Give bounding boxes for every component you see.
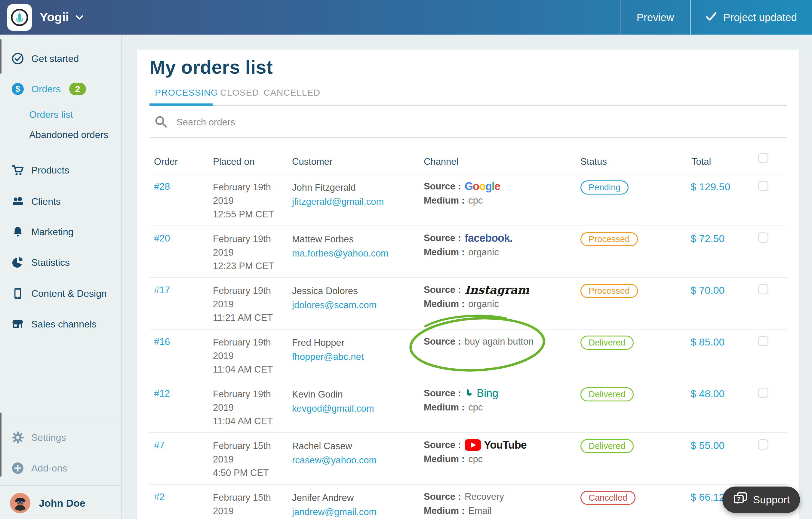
sidebar-item-sales-channels[interactable]: Sales channels: [0, 317, 121, 331]
status-badge: Delivered: [580, 336, 634, 350]
youtube-icon: [465, 439, 481, 451]
medium-value: Email: [468, 506, 492, 516]
order-link[interactable]: #7: [154, 440, 165, 451]
sidebar-divider: [0, 422, 121, 422]
sidebar-item-settings[interactable]: Settings: [0, 430, 121, 445]
tab-processing[interactable]: PROCESSING: [155, 87, 218, 98]
sidebar-item-clients[interactable]: Clients: [0, 194, 121, 209]
sidebar-item-products[interactable]: Products: [0, 163, 121, 177]
row-checkbox[interactable]: [758, 284, 768, 294]
order-total: $ 70.00: [691, 285, 724, 296]
customer-cell: Fred Hopperfhopper@abc.net: [292, 336, 364, 364]
channel-cell: Source :InstagramMedium :organic: [424, 283, 529, 311]
tab-closed[interactable]: CLOSED: [220, 87, 259, 98]
brand-menu[interactable]: Yogii: [7, 0, 83, 35]
customer-email[interactable]: kevgod@gmail.com: [292, 401, 374, 415]
row-checkbox[interactable]: [758, 232, 768, 243]
search-input[interactable]: [176, 117, 448, 128]
order-link[interactable]: #12: [154, 388, 170, 399]
bing-logo: Bing: [465, 387, 498, 400]
customer-email[interactable]: rcasew@yahoo.com: [292, 453, 377, 467]
placed-on-cell: February 19th201911:04 AM CET: [213, 387, 273, 428]
bell-icon: [11, 225, 25, 239]
user-menu[interactable]: John Doe: [10, 493, 85, 513]
row-checkbox[interactable]: [758, 439, 768, 450]
status-badge: Processed: [580, 284, 638, 298]
divider: [149, 137, 787, 138]
sidebar-item-statistics[interactable]: Statistics: [0, 255, 121, 270]
order-total: $ 48.00: [691, 388, 724, 400]
order-link[interactable]: #2: [154, 491, 165, 502]
active-tab-indicator: [149, 104, 213, 106]
order-total: $ 129.50: [691, 181, 730, 193]
order-link[interactable]: #20: [154, 233, 170, 244]
channel-cell: Source :facebook.Medium :organic: [424, 231, 513, 259]
sidebar-item-content-design[interactable]: Content & Design: [0, 286, 121, 301]
sidebar-scrollbar-thumb[interactable]: [0, 39, 1, 74]
customer-name: Mattew Forbes: [292, 232, 388, 246]
medium-value: cpc: [468, 454, 483, 465]
order-link[interactable]: #28: [154, 181, 170, 192]
source-label: Source :: [424, 491, 461, 502]
channel-source-line: Source :Google: [424, 179, 500, 193]
customer-email[interactable]: jandrew@gmail.com: [292, 505, 377, 519]
preview-button[interactable]: Preview: [620, 0, 690, 35]
row-checkbox[interactable]: [758, 336, 768, 346]
customer-email[interactable]: fhopper@abc.net: [292, 350, 364, 364]
order-link[interactable]: #16: [154, 336, 170, 347]
tab-cancelled[interactable]: CANCELLED: [263, 87, 320, 98]
channel-cell: Source :YouTubeMedium :cpc: [424, 438, 527, 466]
sidebar-item-add-ons[interactable]: Add-ons: [0, 461, 121, 475]
customer-email[interactable]: jfitzgerald@gmail.com: [292, 195, 384, 209]
placed-on-line: February 15th: [213, 439, 271, 453]
customer-cell: Jenifer Andrewjandrew@gmail.com: [292, 491, 377, 519]
medium-label: Medium :: [424, 195, 465, 206]
project-updated-button[interactable]: Project updated: [690, 0, 812, 35]
sidebar-item-orders-list[interactable]: Orders list: [0, 107, 121, 122]
google-logo: Google: [465, 180, 500, 193]
medium-label: Medium :: [424, 298, 465, 310]
svg-text:$: $: [15, 84, 20, 93]
sidebar-item-get-started[interactable]: Get started: [0, 51, 121, 66]
orders-count-badge: 2: [69, 83, 86, 95]
sidebar-item-abandoned-orders[interactable]: Abandoned orders: [0, 127, 121, 142]
channel-source-line: Source :YouTube: [424, 438, 527, 452]
row-checkbox[interactable]: [758, 181, 768, 191]
support-button[interactable]: ? Support: [722, 487, 800, 513]
customer-name: Jenifer Andrew: [292, 491, 377, 505]
channel-cell: Source :buy again button: [424, 335, 533, 348]
sidebar-scrollbar-thumb[interactable]: [0, 412, 1, 477]
customer-cell: Jessica Doloresjdolores@scam.com: [292, 284, 377, 312]
channel-medium-line: Medium :organic: [424, 297, 529, 311]
select-all-checkbox[interactable]: [758, 153, 768, 163]
customer-name: Fred Hopper: [292, 336, 364, 350]
placed-on-line: 2019: [213, 246, 274, 259]
customer-email[interactable]: ma.forbes@yahoo.com: [292, 246, 388, 260]
customer-email[interactable]: jdolores@scam.com: [292, 298, 377, 312]
placed-on-line: 2019: [213, 194, 274, 207]
placed-on-line: February 19th: [213, 336, 273, 349]
sidebar-item-marketing[interactable]: Marketing: [0, 225, 121, 239]
sidebar-item-orders[interactable]: $ Orders 2: [0, 82, 121, 96]
sidebar-item-label: Settings: [31, 432, 66, 443]
placed-on-line: 4:50 PM CET: [213, 466, 271, 480]
sidebar-divider: [0, 485, 121, 486]
source-label: Source :: [424, 285, 461, 295]
order-total: $ 85.00: [691, 336, 724, 348]
status-badge: Processed: [580, 232, 638, 246]
user-name: John Doe: [39, 497, 85, 509]
column-header-status: Status: [580, 156, 607, 167]
placed-on-line: 2019: [213, 504, 271, 518]
support-label: Support: [753, 494, 790, 506]
placed-on-line: 2019: [213, 401, 273, 414]
sidebar-item-label: Add-ons: [31, 463, 67, 474]
orders-card: My orders list PROCESSING CLOSED CANCELL…: [137, 50, 799, 519]
order-total: $ 72.50: [691, 233, 724, 244]
row-checkbox[interactable]: [758, 387, 768, 398]
table-row: #16February 19th201911:04 AM CETFred Hop…: [149, 329, 787, 381]
page-title: My orders list: [149, 56, 273, 78]
order-link[interactable]: #17: [154, 285, 170, 295]
placed-on-line: 2019: [213, 453, 271, 466]
project-updated-label: Project updated: [723, 11, 797, 24]
instagram-logo: Instagram: [465, 283, 529, 296]
